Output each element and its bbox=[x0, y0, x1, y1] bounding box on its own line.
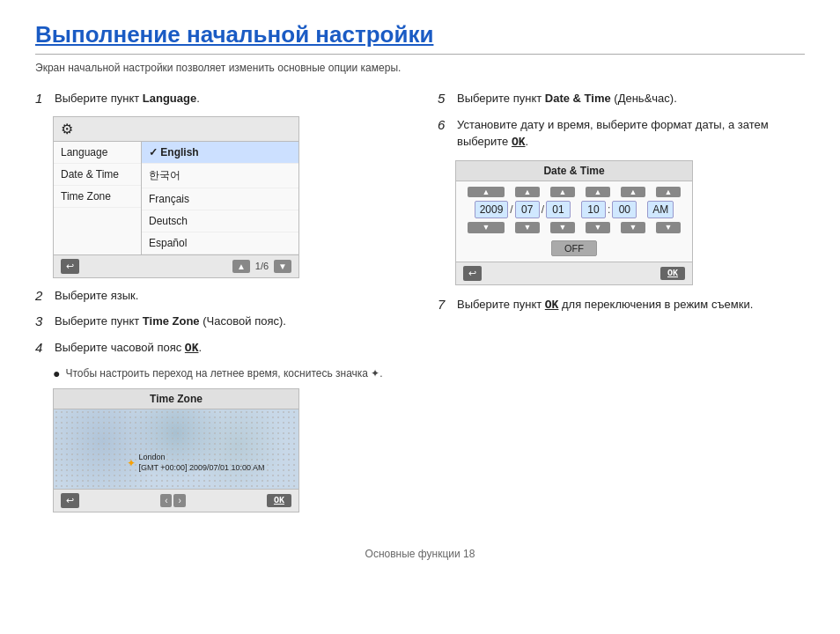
lang-option-french[interactable]: Français bbox=[142, 188, 298, 210]
step-1-text: Выберите пункт Language. bbox=[55, 90, 200, 107]
step-1-num: 1 bbox=[35, 90, 49, 106]
dt-year-down[interactable]: ▼ bbox=[468, 222, 505, 233]
dt-day-down[interactable]: ▼ bbox=[550, 222, 575, 233]
page-subtitle: Экран начальной настройки позволяет изме… bbox=[35, 62, 805, 74]
dt-min-down[interactable]: ▼ bbox=[621, 222, 645, 233]
dt-ampm-up[interactable]: ▲ bbox=[656, 187, 681, 198]
lang-option-english[interactable]: English bbox=[142, 142, 298, 164]
tz-next-button[interactable]: › bbox=[173, 494, 185, 507]
page-footer: Основные функции 18 bbox=[35, 548, 805, 560]
gear-icon: ⚙ bbox=[61, 121, 73, 137]
dt-year-up[interactable]: ▲ bbox=[468, 187, 505, 198]
dt-min-field[interactable]: 00 bbox=[612, 201, 637, 218]
dt-month-field[interactable]: 07 bbox=[515, 201, 540, 218]
tz-gmt-label: [GMT +00:00] 2009/07/01 10:00 AM bbox=[138, 463, 264, 474]
dt-min-up[interactable]: ▲ bbox=[621, 187, 645, 198]
step-3-text: Выберите пункт Time Zone (Часовой пояс). bbox=[55, 313, 286, 330]
step-2-num: 2 bbox=[35, 287, 49, 303]
dt-ampm-down[interactable]: ▼ bbox=[656, 222, 681, 233]
step-4-text: Выберите часовой пояс OK. bbox=[55, 339, 202, 358]
step-3-num: 3 bbox=[35, 313, 49, 328]
step-4-num: 4 bbox=[35, 339, 49, 355]
step-2-text: Выберите язык. bbox=[55, 287, 138, 305]
lang-left-item-2[interactable]: Date & Time bbox=[54, 164, 141, 186]
lang-option-korean[interactable]: 한국어 bbox=[142, 164, 298, 188]
timezone-box-header: Time Zone bbox=[54, 389, 298, 409]
lang-left-item-3[interactable]: Time Zone bbox=[54, 186, 141, 208]
step-5-num: 5 bbox=[438, 90, 452, 106]
dt-hour-down[interactable]: ▼ bbox=[586, 222, 610, 233]
page-title: Выполнение начальной настройки bbox=[35, 21, 805, 55]
step-6-text: Установите дату и время, выберите формат… bbox=[457, 116, 805, 151]
sun-icon: ✦ bbox=[371, 367, 379, 380]
dt-ampm-field[interactable]: AM bbox=[647, 201, 674, 218]
dt-day-up[interactable]: ▲ bbox=[550, 187, 575, 198]
tz-city-label: London bbox=[138, 453, 264, 463]
dt-hour-field[interactable]: 10 bbox=[581, 201, 606, 218]
bullet-text: Чтобы настроить переход на летнее время,… bbox=[65, 365, 382, 381]
tz-prev-button[interactable]: ‹ bbox=[160, 494, 172, 507]
dt-month-up[interactable]: ▲ bbox=[515, 187, 540, 198]
lang-page-down-button[interactable]: ▼ bbox=[274, 260, 291, 273]
timezone-map-area: ✦ London [GMT +00:00] 2009/07/01 10:00 A… bbox=[54, 409, 298, 489]
timezone-box: Time Zone ✦ London [GMT +00:00] 2009/07/… bbox=[53, 388, 299, 512]
language-menu-box: ⚙ Language Date & Time Time Zone English… bbox=[53, 116, 299, 278]
dt-ok-button[interactable]: OK bbox=[660, 267, 685, 280]
lang-option-german[interactable]: Deutsch bbox=[142, 210, 298, 232]
step-7-text: Выберите пункт OK для переключения в реж… bbox=[457, 296, 753, 314]
datetime-box-header: Date & Time bbox=[456, 161, 692, 181]
tz-ok-button[interactable]: OK bbox=[267, 494, 291, 507]
dt-sep2: / bbox=[542, 203, 544, 216]
dt-day-field[interactable]: 01 bbox=[546, 201, 571, 218]
datetime-box: Date & Time ▲ ▲ ▲ ▲ ▲ ▲ bbox=[455, 160, 693, 286]
dt-sep1: / bbox=[510, 203, 512, 216]
step-5-text: Выберите пункт Date & Time (День&час). bbox=[457, 90, 677, 107]
step-7-num: 7 bbox=[438, 296, 452, 312]
dt-month-down[interactable]: ▼ bbox=[515, 222, 540, 233]
lang-left-item-1[interactable]: Language bbox=[54, 142, 141, 164]
bullet-dot: ● bbox=[53, 365, 60, 383]
step-6-num: 6 bbox=[438, 116, 452, 132]
dt-hour-up[interactable]: ▲ bbox=[586, 187, 610, 198]
lang-page-indicator: 1/6 bbox=[252, 261, 272, 271]
tz-back-button[interactable]: ↩ bbox=[61, 493, 79, 508]
tz-sun-icon: ✦ bbox=[127, 457, 136, 469]
dt-back-button[interactable]: ↩ bbox=[463, 266, 482, 281]
dt-sep3: : bbox=[608, 203, 610, 216]
lang-back-button[interactable]: ↩ bbox=[61, 259, 79, 274]
lang-page-up-button[interactable]: ▲ bbox=[232, 260, 250, 273]
dt-year-field[interactable]: 2009 bbox=[475, 201, 509, 218]
dt-off-button[interactable]: OFF bbox=[551, 240, 597, 256]
lang-option-spanish[interactable]: Español bbox=[142, 232, 298, 254]
